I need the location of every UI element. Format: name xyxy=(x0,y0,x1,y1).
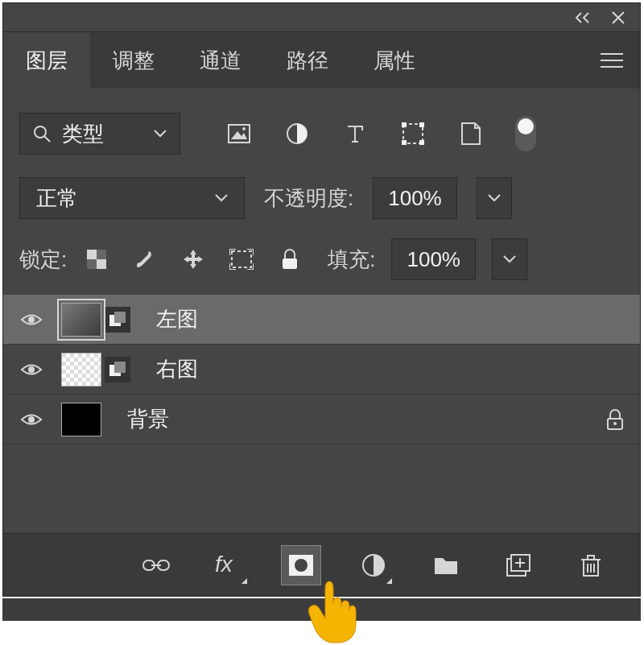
svg-rect-16 xyxy=(87,259,97,269)
layer-name: 右图 xyxy=(156,355,198,383)
svg-rect-21 xyxy=(114,312,126,323)
filter-toggle[interactable] xyxy=(515,116,536,151)
layer-name: 背景 xyxy=(127,405,169,433)
new-adjustment-layer-button[interactable] xyxy=(353,545,394,585)
lock-row: 锁定: 填充: 100% xyxy=(3,230,640,295)
opacity-value[interactable]: 100% xyxy=(373,177,457,219)
new-group-button[interactable] xyxy=(426,545,466,585)
new-layer-button[interactable] xyxy=(498,545,539,585)
lock-all-icon[interactable] xyxy=(276,246,303,273)
svg-rect-11 xyxy=(402,140,407,145)
svg-rect-15 xyxy=(97,250,106,259)
svg-point-22 xyxy=(28,366,35,373)
opacity-dropdown-button[interactable] xyxy=(477,177,512,219)
tab-label: 通道 xyxy=(200,47,242,75)
chevron-down-icon xyxy=(215,194,228,202)
chevron-down-icon xyxy=(154,130,167,138)
dropdown-indicator-icon xyxy=(242,578,247,584)
layer-thumbnail[interactable] xyxy=(61,353,101,387)
filter-icons xyxy=(225,116,536,151)
hamburger-icon xyxy=(601,52,623,68)
fill-dropdown-button[interactable] xyxy=(492,238,527,280)
svg-rect-40 xyxy=(588,556,594,560)
tab-label: 调整 xyxy=(113,47,155,75)
blend-mode-select[interactable]: 正常 xyxy=(19,177,245,219)
lock-label: 锁定: xyxy=(19,246,67,274)
lock-transparency-icon[interactable] xyxy=(83,246,110,273)
filter-shape-icon[interactable] xyxy=(399,120,427,147)
lock-position-icon[interactable] xyxy=(180,246,207,273)
smart-object-icon xyxy=(105,307,130,333)
svg-text:fx: fx xyxy=(215,552,233,577)
svg-point-33 xyxy=(295,559,308,572)
close-icon[interactable] xyxy=(611,10,625,25)
svg-rect-17 xyxy=(232,251,251,267)
tab-adjustments[interactable]: 调整 xyxy=(90,32,177,89)
tab-layers[interactable]: 图层 xyxy=(3,32,90,89)
fill-value[interactable]: 100% xyxy=(391,238,476,280)
search-icon xyxy=(33,125,51,143)
tab-label: 图层 xyxy=(26,47,68,75)
link-layers-button[interactable] xyxy=(136,545,176,585)
tab-channels[interactable]: 通道 xyxy=(177,32,264,89)
visibility-toggle[interactable] xyxy=(19,308,43,332)
filter-pixel-icon[interactable] xyxy=(225,120,253,147)
svg-point-19 xyxy=(28,316,35,323)
collapse-icon[interactable] xyxy=(574,11,592,24)
svg-rect-18 xyxy=(283,258,297,269)
svg-point-6 xyxy=(242,127,246,130)
smart-object-icon xyxy=(105,357,130,382)
svg-rect-9 xyxy=(402,122,407,127)
svg-rect-12 xyxy=(419,140,424,145)
svg-rect-10 xyxy=(419,122,424,127)
dropdown-indicator-icon xyxy=(386,578,392,584)
tab-properties[interactable]: 属性 xyxy=(351,32,438,89)
opacity-label: 不透明度: xyxy=(264,184,353,213)
layer-style-button[interactable]: fx xyxy=(208,545,249,585)
filter-adjustment-icon[interactable] xyxy=(283,120,311,147)
layer-row[interactable]: 左图 xyxy=(3,295,640,345)
fill-value-text: 100% xyxy=(407,247,460,272)
panel-titlebar xyxy=(3,3,640,32)
opacity-value-text: 100% xyxy=(388,186,442,211)
layers-panel: 图层 调整 通道 路径 属性 类型 xyxy=(2,2,641,597)
svg-point-25 xyxy=(28,416,35,423)
layer-thumbnail[interactable] xyxy=(61,303,101,337)
blend-mode-label: 正常 xyxy=(36,184,78,213)
layer-thumbnail-wrap xyxy=(61,403,101,436)
tab-label: 属性 xyxy=(374,47,415,75)
tab-paths[interactable]: 路径 xyxy=(264,32,351,89)
filter-type-select[interactable]: 类型 xyxy=(19,113,180,155)
panel-tabs: 图层 调整 通道 路径 属性 xyxy=(3,32,640,89)
add-mask-button[interactable] xyxy=(281,545,321,585)
footer-strip xyxy=(2,598,641,621)
svg-point-3 xyxy=(35,126,46,138)
layer-thumbnail-wrap xyxy=(61,303,130,337)
svg-point-27 xyxy=(613,422,617,425)
background-lock-icon[interactable] xyxy=(606,409,624,430)
layer-name: 左图 xyxy=(156,305,198,333)
panel-menu-button[interactable] xyxy=(584,32,640,89)
svg-rect-14 xyxy=(97,259,106,269)
layer-row[interactable]: 背景 xyxy=(3,395,640,444)
layer-list: 左图 右图 背景 xyxy=(3,295,640,444)
panel-bottom-toolbar: fx xyxy=(3,533,640,596)
filter-text-icon[interactable] xyxy=(341,120,369,147)
filter-type-label: 类型 xyxy=(62,120,104,148)
svg-marker-5 xyxy=(231,131,247,139)
svg-rect-13 xyxy=(87,250,97,259)
visibility-toggle[interactable] xyxy=(19,358,43,382)
blend-row: 正常 不透明度: 100% xyxy=(3,169,640,230)
filter-smartobject-icon[interactable] xyxy=(457,120,485,147)
lock-paint-icon[interactable] xyxy=(131,246,159,273)
visibility-toggle[interactable] xyxy=(19,407,43,432)
delete-layer-button[interactable] xyxy=(571,545,611,585)
lock-artboard-icon[interactable] xyxy=(228,246,255,273)
fill-label: 填充: xyxy=(328,246,375,274)
layer-thumbnail[interactable] xyxy=(61,403,101,436)
filter-row: 类型 xyxy=(3,89,640,169)
svg-rect-24 xyxy=(114,362,126,373)
layer-thumbnail-wrap xyxy=(61,353,130,387)
tab-label: 路径 xyxy=(287,47,328,75)
layer-row[interactable]: 右图 xyxy=(3,345,640,395)
